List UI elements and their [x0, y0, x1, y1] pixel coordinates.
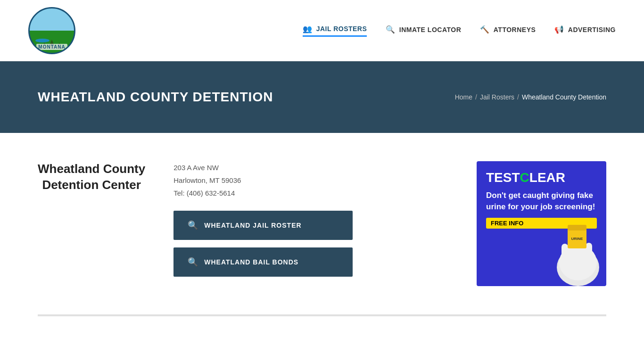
main-nav: 👥 JAIL ROSTERS 🔍 INMATE LOCATOR 🔨 ATTORN… [303, 25, 616, 37]
hero-banner: WHEATLAND COUNTY DETENTION Home / Jail R… [0, 61, 644, 133]
facility-address: 203 A Ave NW Harlowton, MT 59036 Tel: (4… [173, 161, 353, 199]
nav-jail-rosters[interactable]: 👥 JAIL ROSTERS [303, 25, 367, 37]
breadcrumb-separator: / [517, 93, 519, 101]
main-content: Wheatland County Detention Center 203 A … [0, 133, 644, 314]
breadcrumb-jail-rosters[interactable]: Jail Rosters [480, 93, 514, 101]
bottom-divider [38, 314, 606, 316]
breadcrumb-separator: / [475, 93, 477, 101]
nav-inmate-locator[interactable]: 🔍 INMATE LOCATOR [386, 25, 461, 36]
wheatland-bail-bonds-button[interactable]: 🔍 WHEATLAND BAIL BONDS [173, 247, 353, 277]
header: MONTANA 👥 JAIL ROSTERS 🔍 INMATE LOCATOR … [0, 0, 644, 61]
gavel-icon: 🔨 [480, 25, 490, 34]
megaphone-icon: 📢 [554, 25, 564, 34]
svg-rect-2 [561, 244, 568, 265]
logo-water-decoration [35, 39, 50, 42]
breadcrumb-home[interactable]: Home [455, 93, 472, 101]
logo-label: MONTANA [36, 44, 67, 50]
search-icon: 🔍 [386, 25, 396, 34]
logo-area: MONTANA [28, 7, 75, 54]
nav-advertising[interactable]: 📢 ADVERTISING [554, 25, 616, 36]
svg-rect-5 [586, 243, 592, 265]
breadcrumb-current: Wheatland County Detention [522, 93, 606, 101]
facility-details: 203 A Ave NW Harlowton, MT 59036 Tel: (4… [173, 161, 353, 282]
ad-sidebar: TESTCLEAR Don't get caught giving fake u… [477, 161, 606, 286]
svg-rect-7 [568, 225, 586, 230]
ad-hand-image: URINE [540, 206, 606, 286]
nav-attorneys[interactable]: 🔨 ATTORNEYS [480, 25, 536, 36]
search-icon: 🔍 [188, 220, 198, 230]
ad-title: TESTCLEAR [486, 171, 597, 185]
search-icon: 🔍 [188, 257, 198, 267]
wheatland-jail-roster-button[interactable]: 🔍 WHEATLAND JAIL ROSTER [173, 211, 353, 240]
content-left: Wheatland County Detention Center 203 A … [38, 161, 458, 282]
ad-box[interactable]: TESTCLEAR Don't get caught giving fake u… [477, 161, 606, 286]
logo-icon: MONTANA [28, 7, 75, 54]
people-icon: 👥 [303, 25, 313, 33]
svg-text:URINE: URINE [571, 237, 584, 241]
facility-name: Wheatland County Detention Center [38, 161, 145, 282]
breadcrumb: Home / Jail Rosters / Wheatland County D… [455, 93, 606, 101]
page-title: WHEATLAND COUNTY DETENTION [38, 90, 273, 105]
hand-cup-svg: URINE [550, 211, 606, 286]
